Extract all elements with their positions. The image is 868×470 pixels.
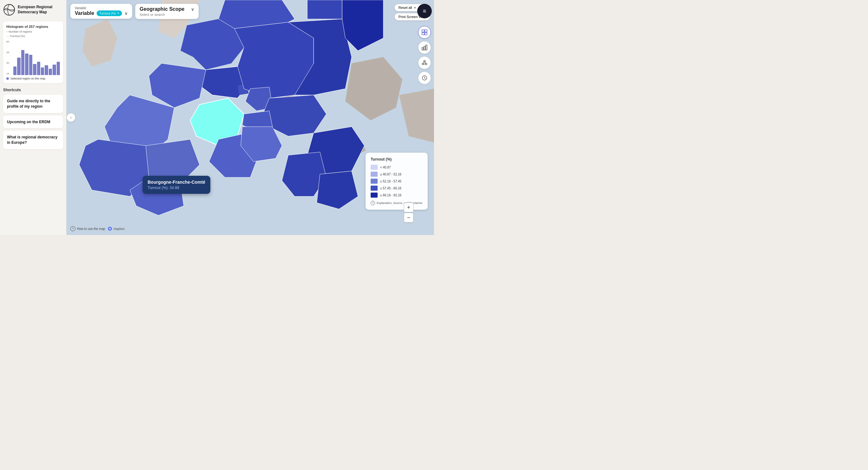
grid-view-button[interactable]	[418, 26, 431, 39]
reset-all-label: Reset all	[399, 6, 412, 9]
tooltip-value: Turnout (%): 34.88	[148, 186, 205, 190]
logo-text: European Regional Democracy Map	[18, 5, 63, 14]
bar	[57, 62, 60, 75]
shortcut-what-is[interactable]: What is regional democracy in Europe?	[3, 131, 63, 149]
histogram-legend: Selected region on the map	[6, 77, 60, 80]
bar	[25, 54, 28, 75]
legend-dot	[6, 77, 9, 80]
how-to-icon: ?	[70, 226, 75, 231]
history-view-button[interactable]	[418, 71, 431, 84]
geo-scope-dropdown[interactable]: Geographic Scope ∨ Select or search	[135, 4, 198, 19]
svg-line-17	[425, 62, 426, 63]
shortcuts-title: Shortcuts	[3, 88, 63, 92]
chart-icon	[421, 44, 428, 51]
erdm-logo-icon	[3, 4, 15, 16]
chart-view-button[interactable]	[418, 41, 431, 54]
grid-icon	[421, 29, 428, 35]
bar	[45, 65, 48, 75]
bar	[49, 69, 52, 75]
legend-swatch-1	[371, 165, 378, 170]
variable-tag-text: Turnout (%)	[99, 12, 116, 15]
svg-point-14	[422, 63, 424, 65]
variable-label: Variable	[75, 6, 128, 10]
variable-chevron-icon: ∨	[124, 11, 128, 16]
svg-rect-10	[422, 48, 423, 50]
how-to-label: How to use the map	[77, 227, 105, 230]
history-icon	[421, 75, 428, 81]
zoom-in-button[interactable]: +	[404, 203, 413, 212]
geo-scope-title-row: Geographic Scope ∨	[140, 6, 194, 12]
map-toolbar: Variable Variable Turnout (%) × ∨ Geogra…	[70, 4, 430, 21]
svg-point-5	[109, 228, 110, 229]
legend-swatch-2	[371, 171, 378, 177]
shortcut-guide-me[interactable]: Guide me directly to the profile of my r…	[3, 95, 63, 113]
hamburger-icon: ≡	[423, 8, 426, 14]
legend-label-5: ≥ 66.16 - 92.16	[380, 193, 401, 197]
map-area[interactable]: ‹ Variable Variable Turnout (%) × ∨ Geog…	[66, 0, 434, 235]
bar	[33, 64, 36, 75]
how-to-link[interactable]: ? How to use the map	[70, 226, 105, 231]
legend-label-4: ≥ 57.45 - 66.16	[380, 187, 401, 190]
bar	[13, 66, 17, 75]
logo-area: European Regional Democracy Map	[3, 4, 63, 16]
variable-tag-remove[interactable]: ×	[117, 11, 119, 15]
geo-scope-title: Geographic Scope	[140, 6, 184, 12]
bar	[37, 62, 40, 75]
legend-label-3: ≥ 52.16 - 57.45	[380, 180, 401, 183]
variable-tag[interactable]: Turnout (%) ×	[97, 10, 122, 16]
bar	[53, 65, 56, 75]
bar	[29, 55, 32, 75]
tooltip-region: Bourgogne-Franche-Comté	[148, 180, 205, 185]
histogram-axes: ↑ Number of regions → Turnout (%)	[6, 30, 60, 38]
shortcut-upcoming[interactable]: Upcoming on the ERDM	[3, 116, 63, 129]
explanation-icon: ?	[371, 201, 375, 205]
legend-swatch-5	[371, 193, 378, 198]
bottom-controls: ? How to use the map mapbox	[70, 226, 125, 231]
cluster-icon	[421, 60, 428, 66]
right-panel: ≡	[415, 0, 434, 235]
bar	[17, 58, 20, 75]
legend-swatch-3	[371, 179, 378, 184]
legend-label-2: ≥ 40.87 - 52.16	[380, 173, 401, 176]
geo-scope-subtitle: Select or search	[140, 13, 194, 17]
map-tooltip: Bourgogne-Franche-Comté Turnout (%): 34.…	[143, 176, 210, 194]
zoom-out-button[interactable]: −	[404, 213, 413, 222]
svg-line-16	[423, 62, 425, 63]
variable-title: Variable	[75, 10, 94, 16]
cluster-view-button[interactable]	[418, 56, 431, 69]
bars-area	[13, 40, 60, 75]
variable-dropdown[interactable]: Variable Variable Turnout (%) × ∨	[70, 4, 132, 19]
shortcuts-section: Shortcuts Guide me directly to the profi…	[3, 88, 63, 231]
mapbox-logo: mapbox	[108, 226, 125, 231]
hamburger-button[interactable]: ≡	[417, 4, 432, 19]
variable-value-row: Variable Turnout (%) × ∨	[75, 10, 128, 16]
histogram-box: Histogram of 257 regions ↑ Number of reg…	[3, 22, 63, 83]
svg-rect-6	[422, 30, 424, 32]
svg-rect-11	[424, 46, 425, 50]
legend-label-1: < 40.87	[380, 166, 391, 169]
zoom-controls: + −	[404, 203, 413, 222]
svg-rect-8	[422, 33, 424, 35]
geo-scope-chevron-icon: ∨	[191, 7, 194, 12]
svg-rect-9	[425, 33, 427, 35]
histogram-chart: 60 45 30 15	[6, 40, 60, 75]
histogram-title: Histogram of 257 regions	[6, 25, 60, 29]
sidebar: European Regional Democracy Map Histogra…	[0, 0, 66, 235]
legend-swatch-4	[371, 186, 378, 191]
bar	[41, 67, 44, 75]
mapbox-icon	[108, 226, 112, 231]
collapse-sidebar-button[interactable]: ‹	[66, 113, 75, 122]
svg-rect-7	[425, 30, 427, 32]
svg-point-13	[424, 61, 426, 62]
svg-point-15	[426, 63, 427, 65]
bar	[21, 50, 24, 75]
svg-rect-12	[426, 45, 427, 50]
y-axis-labels: 60 45 30 15	[6, 40, 9, 75]
